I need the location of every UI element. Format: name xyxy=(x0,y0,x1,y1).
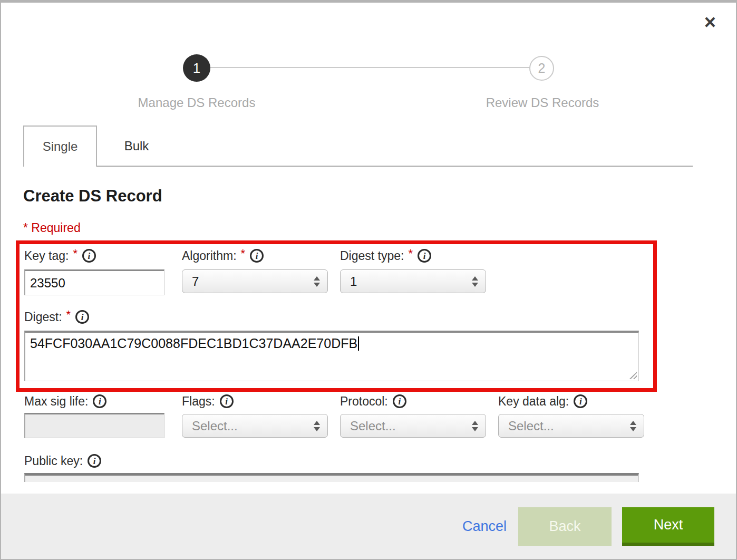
select-arrows-icon xyxy=(472,276,478,287)
key-data-alg-label-text: Key data alg: xyxy=(498,394,569,409)
required-asterisk: * xyxy=(241,247,246,260)
page-title: Create DS Record xyxy=(23,187,162,206)
info-icon[interactable]: i xyxy=(93,394,106,408)
tab-single[interactable]: Single xyxy=(23,125,97,167)
close-icon[interactable]: × xyxy=(704,12,716,32)
step-1-label: Manage DS Records xyxy=(112,95,281,110)
info-icon-glyph: i xyxy=(398,397,401,406)
back-button[interactable]: Back xyxy=(518,507,612,546)
digest-label: Digest: * i xyxy=(24,310,89,324)
resize-handle[interactable] xyxy=(627,370,637,379)
max-sig-life-input[interactable] xyxy=(24,413,164,438)
public-key-textarea[interactable] xyxy=(24,473,639,482)
algorithm-selected-value: 7 xyxy=(192,274,314,289)
select-arrows-icon xyxy=(314,421,320,431)
info-icon-glyph: i xyxy=(99,397,101,406)
step-2-label: Review DS Records xyxy=(458,95,627,110)
key-data-alg-label: Key data alg: i xyxy=(498,394,587,409)
select-arrows-icon xyxy=(630,421,636,431)
protocol-select[interactable]: Select... xyxy=(340,414,486,438)
info-icon[interactable]: i xyxy=(88,454,101,468)
protocol-label: Protocol: i xyxy=(340,394,406,409)
create-ds-record-dialog: × 1 2 Manage DS Records Review DS Record… xyxy=(0,0,737,560)
algorithm-select[interactable]: 7 xyxy=(182,269,328,293)
key-data-alg-select[interactable]: Select... xyxy=(498,414,644,438)
key-tag-label: Key tag: * i xyxy=(24,248,96,263)
algorithm-label-text: Algorithm: xyxy=(182,249,237,263)
protocol-selected-value: Select... xyxy=(350,419,472,433)
required-asterisk: * xyxy=(408,247,413,260)
digest-type-select[interactable]: 1 xyxy=(340,269,486,293)
cancel-button[interactable]: Cancel xyxy=(462,518,507,535)
digest-type-label-text: Digest type: xyxy=(340,249,404,263)
digest-value: 54FCF030AA1C79C0088FDEC1BD1C37DAA2E70DFB xyxy=(30,336,357,351)
info-icon-glyph: i xyxy=(225,397,228,406)
tab-underline xyxy=(97,166,693,167)
info-icon[interactable]: i xyxy=(574,394,587,408)
info-icon[interactable]: i xyxy=(82,249,96,263)
info-icon[interactable]: i xyxy=(250,249,264,263)
flags-label-text: Flags: xyxy=(182,394,215,409)
algorithm-label: Algorithm: * i xyxy=(182,248,264,263)
flags-selected-value: Select... xyxy=(192,419,314,433)
key-tag-label-text: Key tag: xyxy=(24,249,69,263)
flags-select[interactable]: Select... xyxy=(182,414,328,438)
info-icon-glyph: i xyxy=(579,397,582,406)
required-asterisk: * xyxy=(73,247,77,260)
text-cursor xyxy=(358,336,359,351)
info-icon-glyph: i xyxy=(93,457,96,466)
info-icon-glyph: i xyxy=(81,313,84,322)
info-icon-glyph: i xyxy=(423,252,426,260)
digest-type-label: Digest type: * i xyxy=(340,248,431,263)
info-icon[interactable]: i xyxy=(220,394,234,408)
select-arrows-icon xyxy=(314,276,320,287)
step-2-circle: 2 xyxy=(529,56,554,81)
step-1-circle: 1 xyxy=(183,54,210,82)
select-arrows-icon xyxy=(472,421,478,431)
protocol-label-text: Protocol: xyxy=(340,394,388,409)
digest-textarea[interactable]: 54FCF030AA1C79C0088FDEC1BD1C37DAA2E70DFB xyxy=(24,331,639,381)
key-data-alg-selected-value: Select... xyxy=(508,419,630,433)
info-icon[interactable]: i xyxy=(393,394,406,408)
next-button[interactable]: Next xyxy=(622,507,714,546)
flags-label: Flags: i xyxy=(182,394,234,409)
tab-bulk[interactable]: Bulk xyxy=(97,125,176,167)
stepper-connector-line xyxy=(210,67,530,68)
required-note: * Required xyxy=(23,221,81,235)
public-key-label: Public key: i xyxy=(24,453,101,468)
key-tag-value: 23550 xyxy=(30,276,65,291)
max-sig-life-label: Max sig life: i xyxy=(24,394,106,409)
required-asterisk: * xyxy=(66,308,71,322)
info-icon-glyph: i xyxy=(256,252,258,260)
info-icon-glyph: i xyxy=(88,252,91,260)
digest-label-text: Digest: xyxy=(24,310,62,324)
key-tag-input[interactable]: 23550 xyxy=(24,269,164,295)
dialog-footer: Cancel Back Next xyxy=(1,494,736,559)
info-icon[interactable]: i xyxy=(75,310,89,324)
info-icon[interactable]: i xyxy=(418,249,431,263)
public-key-label-text: Public key: xyxy=(24,454,83,468)
digest-type-selected-value: 1 xyxy=(350,274,472,289)
max-sig-life-label-text: Max sig life: xyxy=(24,394,88,409)
